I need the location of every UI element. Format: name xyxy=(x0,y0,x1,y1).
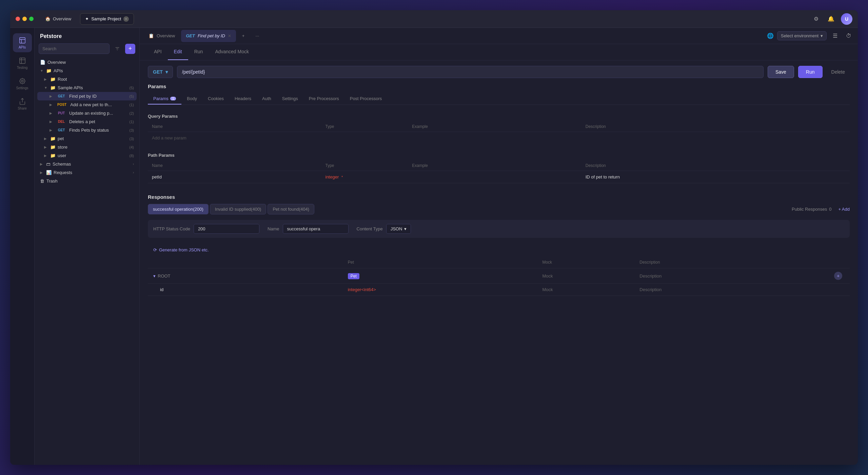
response-name-input[interactable] xyxy=(283,224,349,234)
method-badge-del: DEL xyxy=(56,119,67,124)
params-tab-params[interactable]: Params 1 xyxy=(148,93,181,104)
url-input[interactable] xyxy=(177,66,764,78)
tab-overview[interactable]: 📋 Overview xyxy=(144,30,180,42)
save-button[interactable]: Save xyxy=(768,66,794,78)
param-description: ID of pet to return xyxy=(586,174,846,179)
close-window-btn[interactable] xyxy=(16,17,20,21)
response-tab-400[interactable]: Invalid ID supplied(400) xyxy=(210,204,267,214)
add-tab-btn[interactable]: + xyxy=(237,30,250,42)
params-tab-auth[interactable]: Auth xyxy=(257,93,277,104)
plus-icon: + xyxy=(242,33,245,38)
response-tab-200[interactable]: successful operation(200) xyxy=(148,204,209,214)
sidebar: Petstore + 📄 Overview xyxy=(35,28,140,465)
tree-item-update-pet[interactable]: ▶ PUT Update an existing p... (2) xyxy=(37,109,137,117)
sidebar-tree: 📄 Overview ▼ 📁 APIs ▶ 📁 Root ▼ xyxy=(35,58,139,465)
tab-run[interactable]: Run xyxy=(188,44,209,60)
add-schema-field-btn[interactable]: + xyxy=(834,272,842,280)
tree-item-store-folder[interactable]: ▶ 📁 store (4) xyxy=(37,143,137,151)
method-badge-post: POST xyxy=(56,102,68,107)
tab-find-pet-by-id[interactable]: GET Find pet by ID ✕ xyxy=(181,30,236,42)
content-type-label: Content Type xyxy=(357,226,383,231)
app-window: 🏠 Overview ✦ Sample Project ✕ ⚙ 🔔 U xyxy=(10,10,858,465)
add-item-btn[interactable]: + xyxy=(125,44,135,54)
tree-item-requests[interactable]: ▶ 📊 Requests › xyxy=(37,168,137,177)
tab-home[interactable]: 🏠 Overview xyxy=(40,13,76,25)
response-tab-404[interactable]: Pet not found(404) xyxy=(268,204,314,214)
titlebar: 🏠 Overview ✦ Sample Project ✕ ⚙ 🔔 U xyxy=(10,10,858,28)
schemas-icon: 🗃 xyxy=(46,162,51,167)
method-dropdown[interactable]: GET ▾ xyxy=(148,66,173,78)
testing-label: Testing xyxy=(17,66,28,70)
add-query-param-btn[interactable]: Add a new param xyxy=(148,132,850,144)
tree-item-deletes-pet[interactable]: ▶ DEL Deletes a pet (1) xyxy=(37,117,137,126)
method-badge-get: GET xyxy=(56,94,67,98)
search-input[interactable] xyxy=(39,43,110,54)
public-responses: Public Responses 0 xyxy=(792,207,831,212)
sidebar-item-settings[interactable]: Settings xyxy=(13,74,32,93)
sidebar-item-apis[interactable]: APIs xyxy=(13,33,32,52)
params-tab-post-processors[interactable]: Post Processors xyxy=(344,93,388,104)
schema-table: Pet Mock Description ▾ ROOT Pet Mock xyxy=(148,256,850,296)
pet-folder-icon: 📁 xyxy=(50,136,56,141)
tree-item-pet-folder[interactable]: ▶ 📁 pet (3) xyxy=(37,134,137,143)
extra-options-icon-btn[interactable]: ⏱ xyxy=(844,31,854,41)
tab-api[interactable]: API xyxy=(148,44,168,60)
query-params-title: Query Params xyxy=(148,110,850,121)
delete-button[interactable]: Delete xyxy=(827,66,850,78)
tab-sample-project[interactable]: ✦ Sample Project ✕ xyxy=(80,13,134,25)
requests-icon: 📊 xyxy=(46,170,52,175)
settings-label: Settings xyxy=(16,86,28,90)
params-tab-body[interactable]: Body xyxy=(181,93,202,104)
ellipsis-icon: ··· xyxy=(255,33,259,38)
svg-rect-0 xyxy=(19,37,25,43)
tree-item-find-pet-by-id[interactable]: ▶ GET Find pet by ID (5) xyxy=(37,92,137,100)
params-tab-pre-processors[interactable]: Pre Processors xyxy=(303,93,344,104)
content-type-dropdown[interactable]: JSON ▾ xyxy=(386,224,411,234)
tab-edit[interactable]: Edit xyxy=(168,44,188,60)
method-badge-get-2: GET xyxy=(56,128,67,132)
chevron-right-icon: ▶ xyxy=(40,162,44,166)
editor-tabs-right: 🌐 Select environment ▾ ☰ ⏱ xyxy=(767,31,854,41)
filter-icon-btn[interactable] xyxy=(112,44,122,54)
env-selector[interactable]: Select environment ▾ xyxy=(777,31,827,40)
more-tabs-btn[interactable]: ··· xyxy=(251,30,264,42)
maximize-window-btn[interactable] xyxy=(29,17,34,21)
tab-advanced-mock[interactable]: Advanced Mock xyxy=(209,44,255,60)
tree-item-schemas[interactable]: ▶ 🗃 Schemas › xyxy=(37,160,137,168)
settings-icon-btn[interactable]: ⚙ xyxy=(811,14,821,24)
status-code-input[interactable] xyxy=(194,224,259,234)
chevron-down-icon: ▼ xyxy=(44,86,48,90)
close-editor-tab-icon[interactable]: ✕ xyxy=(228,34,231,38)
tree-item-trash[interactable]: 🗑 Trash xyxy=(37,177,137,185)
add-response-btn[interactable]: + Add xyxy=(838,207,850,212)
tree-item-apis-folder[interactable]: ▼ 📁 APIs xyxy=(37,66,137,75)
sidebar-project-title: Petstore xyxy=(40,33,62,39)
minimize-window-btn[interactable] xyxy=(22,17,27,21)
tree-item-finds-pets-status[interactable]: ▶ GET Finds Pets by status (3) xyxy=(37,126,137,134)
env-globe-icon: 🌐 xyxy=(767,33,774,39)
close-tab-btn[interactable]: ✕ xyxy=(123,16,129,22)
generate-json-btn[interactable]: ⟳ Generate from JSON etc. xyxy=(148,243,850,256)
sidebar-item-share[interactable]: Share xyxy=(13,94,32,113)
params-tab-headers[interactable]: Headers xyxy=(229,93,257,104)
tree-item-sample-apis[interactable]: ▼ 📁 Sample APIs (5) xyxy=(37,83,137,92)
tree-item-root[interactable]: ▶ 📁 Root xyxy=(37,75,137,83)
sidebar-search-bar: + xyxy=(35,43,139,58)
run-button[interactable]: Run xyxy=(798,66,823,78)
tree-item-overview[interactable]: 📄 Overview xyxy=(37,58,137,66)
response-tabs: successful operation(200) Invalid ID sup… xyxy=(148,204,850,214)
avatar[interactable]: U xyxy=(841,13,852,25)
chevron-right-icon: ▶ xyxy=(44,77,48,81)
notifications-icon-btn[interactable]: 🔔 xyxy=(826,14,836,24)
path-params-header: Name Type Example Description xyxy=(148,160,850,171)
sidebar-item-testing[interactable]: Testing xyxy=(13,54,32,73)
response-fields: HTTP Status Code Name Content Type JSON … xyxy=(148,220,850,238)
chevron-right-icon: ▶ xyxy=(50,103,54,107)
store-folder-icon: 📁 xyxy=(50,145,56,150)
trash-icon: 🗑 xyxy=(40,178,44,184)
menu-icon-btn[interactable]: ☰ xyxy=(830,31,840,41)
params-tab-cookies[interactable]: Cookies xyxy=(202,93,229,104)
tree-item-user-folder[interactable]: ▶ 📁 user (8) xyxy=(37,151,137,160)
params-tab-settings[interactable]: Settings xyxy=(277,93,303,104)
tree-item-add-new-pet[interactable]: ▶ POST Add a new pet to th... (1) xyxy=(37,100,137,109)
